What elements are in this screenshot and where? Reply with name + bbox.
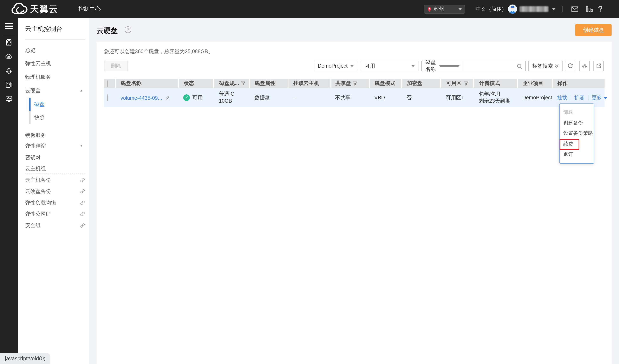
chevron-down-icon [604, 97, 607, 99]
sidebar-item-evs[interactable]: 云硬盘 ▲ [18, 86, 89, 94]
sidebar-item-eip[interactable]: 弹性公网IP [18, 210, 89, 218]
sidebar-item-server-backup[interactable]: 云主机备份 [18, 176, 89, 184]
user-menu-caret-icon[interactable] [552, 8, 555, 10]
row-checkbox[interactable] [107, 94, 108, 101]
region-label: 苏州 [434, 6, 458, 13]
sidebar-item-physical[interactable]: 物理机服务 [18, 73, 89, 81]
menu-item-unsubscribe[interactable]: 退订 [560, 149, 594, 160]
settings-gear-button[interactable] [579, 61, 590, 71]
project-select[interactable]: DemoProject [314, 61, 357, 71]
location-pin-icon [427, 6, 432, 12]
refresh-button[interactable] [565, 61, 575, 71]
sidebar-item-snapshot[interactable]: 快照 [29, 111, 83, 124]
col-header-mode[interactable]: 磁盘模式 [369, 79, 402, 88]
tag-search-button[interactable]: 标签搜索 [528, 61, 563, 71]
attach-action[interactable]: 挂载 [557, 94, 567, 100]
sidebar-item-image[interactable]: 镜像服务 [18, 131, 89, 139]
select-all-checkbox[interactable] [107, 80, 108, 87]
sidebar-item-keypair[interactable]: 密钥对 [18, 153, 89, 162]
col-header-name[interactable]: 磁盘名称 [115, 79, 179, 88]
billing-cell: 包年/包月剩余23天到期 [474, 88, 517, 107]
col-header-attached[interactable]: 挂载云主机 [288, 79, 330, 88]
elastic-cloud-icon[interactable] [5, 53, 12, 60]
external-link-icon [80, 189, 85, 194]
search-field-select[interactable]: 磁盘名称 [422, 61, 463, 71]
region-selector[interactable]: 苏州 [424, 5, 465, 13]
search-combo: 磁盘名称 [421, 61, 526, 71]
external-link-icon [80, 222, 85, 228]
status-ok-icon: ✓ [183, 94, 190, 101]
spec-cell: 普通IO10GB [214, 88, 250, 107]
shared-cell: 不共享 [330, 88, 369, 107]
edit-pencil-icon[interactable] [165, 94, 170, 100]
more-actions-menu: 卸载 创建备份 设置备份策略 续费 退订 [559, 104, 594, 163]
col-header-status[interactable]: 状态 [179, 79, 214, 88]
double-chevron-down-icon [554, 64, 559, 68]
question-icon[interactable]: ? [125, 26, 131, 33]
menu-item-renew[interactable]: 续费 [560, 139, 594, 149]
col-header-spec[interactable]: 磁盘规... [214, 79, 250, 88]
col-header-project[interactable]: 企业项目 [517, 79, 552, 88]
mode-cell: VBD [369, 88, 402, 107]
table-row: volume-4435-09... ✓可用 普通IO10GB 数据盘 -- 不共… [104, 88, 605, 107]
icon-rail [0, 18, 18, 364]
menu-item-backup-policy[interactable]: 设置备份策略 [560, 128, 594, 139]
delete-button[interactable]: 删除 [104, 61, 128, 71]
filter-funnel-icon[interactable] [353, 81, 358, 86]
username-redacted[interactable] [520, 6, 549, 12]
menu-item-create-backup[interactable]: 创建备份 [560, 118, 594, 128]
expand-action[interactable]: 扩容 [574, 94, 585, 100]
export-button[interactable] [593, 61, 604, 71]
table-header-row: 磁盘名称 状态 磁盘规... 磁盘属性 挂载云主机 共享盘 磁盘模式 加密盘 可… [104, 79, 605, 88]
col-header-az[interactable]: 可用区 [441, 79, 474, 88]
external-link-icon [80, 211, 85, 217]
monitor-icon[interactable] [5, 95, 12, 102]
physical-machine-icon[interactable] [5, 67, 12, 74]
disk-name-link[interactable]: volume-4435-09... [121, 95, 162, 101]
create-disk-button[interactable]: 创建磁盘 [575, 24, 612, 36]
col-header-shared[interactable]: 共享盘 [330, 79, 369, 88]
toolbar: 删除 DemoProject 可用 磁盘名称 [104, 61, 605, 71]
col-header-actions: 操作 [552, 79, 605, 88]
nav-control-center[interactable]: 控制中心 [78, 0, 101, 18]
menu-item-detach: 卸载 [560, 107, 594, 118]
ctyun-logo[interactable]: 天翼云 [11, 2, 59, 16]
sidebar-item-disk-backup[interactable]: 云硬盘备份 [18, 187, 89, 195]
quota-text: 您还可以创建360个磁盘，总容量为25,088GB。 [104, 48, 213, 55]
language-switcher[interactable]: 中文（简体） [476, 0, 507, 18]
image-service-icon[interactable] [5, 81, 12, 88]
sidebar-item-disk[interactable]: 磁盘 [29, 97, 83, 111]
sidebar-item-autoscaling[interactable]: 弹性伸缩 ▼ [18, 142, 89, 150]
logo-text: 天翼云 [30, 3, 59, 15]
external-link-icon [80, 200, 85, 205]
page: 天翼云 控制中心 苏州 中文（简体） [0, 0, 619, 364]
chevron-down-icon [411, 65, 415, 67]
col-header-attribute[interactable]: 磁盘属性 [250, 79, 288, 88]
cloud-server-icon[interactable] [5, 39, 12, 46]
bar-chart-icon[interactable] [586, 5, 593, 13]
sidebar-item-overview[interactable]: 总览 [18, 46, 89, 54]
rail-divider [2, 35, 16, 35]
sidebar-dashed-divider [25, 174, 85, 174]
attribute-cell: 数据盘 [250, 88, 288, 107]
mail-icon[interactable] [571, 5, 578, 13]
hamburger-menu-icon[interactable] [5, 23, 13, 30]
project-cell: DemoProject [517, 88, 552, 107]
sidebar-item-elb[interactable]: 弹性负载均衡 [18, 199, 89, 207]
help-icon[interactable]: ? [598, 0, 603, 18]
sidebar-item-servergroup[interactable]: 云主机组 [18, 164, 89, 173]
search-input[interactable] [463, 61, 525, 71]
main-content: 云硬盘 ? 创建磁盘 您还可以创建360个磁盘，总容量为25,088GB。 删除… [89, 18, 619, 364]
sidebar-item-ecs[interactable]: 弹性云主机 [18, 59, 89, 67]
search-icon[interactable] [517, 64, 522, 69]
filter-funnel-icon[interactable] [464, 81, 468, 86]
col-header-encrypted[interactable]: 加密盘 [402, 79, 441, 88]
more-action[interactable]: 更多 [591, 94, 602, 100]
disk-table: 磁盘名称 状态 磁盘规... 磁盘属性 挂载云主机 共享盘 磁盘模式 加密盘 可… [104, 79, 605, 107]
avatar[interactable] [508, 4, 517, 13]
status-filter-select[interactable]: 可用 [361, 61, 419, 71]
sidebar-item-security-group[interactable]: 安全组 [18, 221, 89, 229]
filter-funnel-icon[interactable] [241, 81, 246, 86]
col-header-billing[interactable]: 计费模式 [474, 79, 517, 88]
sidebar: 云主机控制台 总览 弹性云主机 物理机服务 云硬盘 ▲ 磁盘 快照 镜像服务 弹… [18, 18, 89, 364]
